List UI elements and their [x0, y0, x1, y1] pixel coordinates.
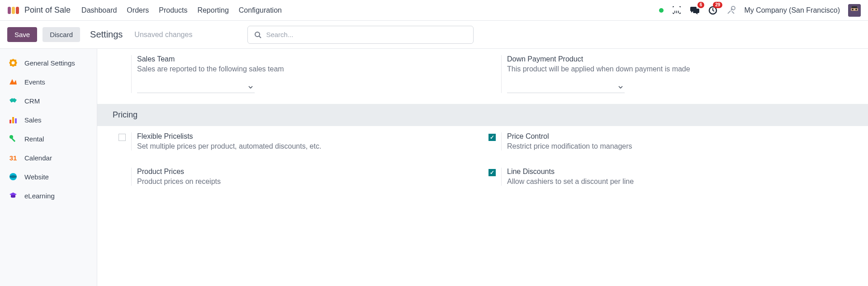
tools-icon[interactable] — [726, 5, 736, 15]
activity-icon[interactable]: 29 — [708, 5, 718, 15]
calendar-icon: 31 — [8, 153, 18, 163]
flexible-pricelists-checkbox[interactable] — [119, 134, 126, 141]
breadcrumb: Settings — [90, 29, 123, 40]
settings-sidebar: General Settings Events CRM Sales Rental… — [0, 49, 97, 286]
svg-rect-2 — [16, 7, 19, 14]
setting-desc: Sales are reported to the following sale… — [137, 65, 483, 73]
setting-title: Flexible Pricelists — [137, 132, 483, 141]
search-box[interactable] — [247, 26, 474, 44]
svg-rect-20 — [12, 117, 14, 123]
sidebar-item-label: General Settings — [24, 59, 75, 67]
activity-badge: 29 — [713, 2, 722, 8]
setting-desc: Restrict price modification to managers — [507, 142, 853, 150]
svg-rect-19 — [9, 120, 11, 123]
svg-rect-5 — [678, 11, 679, 12]
gear-icon — [8, 58, 18, 68]
nav-reporting[interactable]: Reporting — [197, 6, 228, 14]
sidebar-item-crm[interactable]: CRM — [0, 91, 97, 110]
sidebar-item-sales[interactable]: Sales — [0, 110, 97, 129]
sidebar-item-label: Events — [24, 78, 45, 86]
sidebar-item-elearning[interactable]: eLearning — [0, 186, 97, 205]
chat-icon[interactable]: 6 — [690, 5, 700, 15]
svg-rect-4 — [676, 11, 677, 12]
svg-line-16 — [259, 36, 261, 38]
svg-rect-7 — [676, 12, 677, 13]
svg-point-13 — [855, 9, 857, 10]
nav-right: 6 29 My Company (San Francisco) — [659, 4, 861, 17]
nav-menu: Dashboard Orders Products Reporting Conf… — [81, 6, 282, 14]
svg-rect-8 — [678, 12, 679, 13]
key-icon — [8, 134, 18, 144]
company-selector[interactable]: My Company (San Francisco) — [744, 6, 840, 14]
svg-rect-3 — [674, 11, 675, 12]
sidebar-item-events[interactable]: Events — [0, 72, 97, 91]
sidebar-item-label: Sales — [24, 116, 42, 124]
sidebar-item-rental[interactable]: Rental — [0, 129, 97, 148]
globe-icon — [8, 172, 18, 182]
svg-rect-14 — [852, 6, 857, 8]
sidebar-item-website[interactable]: Website — [0, 167, 97, 186]
sidebar-item-label: Calendar — [24, 154, 52, 162]
bars-icon — [8, 115, 18, 125]
svg-rect-21 — [15, 118, 17, 123]
sidebar-item-general[interactable]: General Settings — [0, 53, 97, 72]
sidebar-item-label: Rental — [24, 135, 44, 143]
discard-button[interactable]: Discard — [43, 27, 80, 42]
barcode-icon[interactable] — [672, 5, 682, 15]
app-logo-icon — [7, 6, 20, 15]
svg-point-18 — [12, 61, 15, 65]
svg-point-25 — [9, 175, 17, 178]
action-bar: Save Discard Settings Unsaved changes — [0, 21, 868, 49]
sidebar-item-calendar[interactable]: 31 Calendar — [0, 148, 97, 167]
down-payment-dropdown[interactable] — [507, 81, 625, 93]
search-input[interactable] — [266, 31, 467, 38]
unsaved-indicator: Unsaved changes — [134, 31, 192, 39]
sidebar-item-label: CRM — [24, 97, 40, 105]
status-indicator-icon — [659, 8, 664, 13]
price-control-checkbox[interactable] — [489, 134, 496, 141]
setting-desc: Product prices on receipts — [137, 178, 483, 186]
svg-rect-1 — [12, 7, 15, 14]
svg-rect-23 — [11, 138, 15, 142]
nav-products[interactable]: Products — [159, 6, 187, 14]
section-header-pricing: Pricing — [97, 104, 868, 126]
svg-rect-0 — [8, 7, 11, 14]
nav-dashboard[interactable]: Dashboard — [81, 6, 117, 14]
nav-orders[interactable]: Orders — [127, 6, 149, 14]
svg-point-15 — [255, 32, 260, 37]
settings-content: Sales Team Sales are reported to the fol… — [97, 49, 868, 286]
setting-title: Sales Team — [137, 55, 483, 63]
setting-title: Down Payment Product — [507, 55, 853, 63]
chat-badge: 6 — [697, 2, 705, 8]
nav-configuration[interactable]: Configuration — [239, 6, 282, 14]
sidebar-item-label: Website — [24, 173, 49, 181]
setting-title: Price Control — [507, 132, 853, 141]
setting-title: Line Discounts — [507, 168, 853, 176]
setting-title: Product Prices — [137, 168, 483, 176]
setting-desc: This product will be applied when down p… — [507, 65, 853, 73]
setting-desc: Allow cashiers to set a discount per lin… — [507, 178, 853, 186]
search-icon — [254, 31, 261, 38]
top-nav: Point of Sale Dashboard Orders Products … — [0, 0, 868, 21]
svg-rect-6 — [674, 12, 675, 13]
app-title[interactable]: Point of Sale — [24, 5, 71, 15]
setting-desc: Set multiple prices per product, automat… — [137, 142, 483, 150]
save-button[interactable]: Save — [7, 27, 37, 42]
handshake-icon — [8, 96, 18, 106]
user-avatar[interactable] — [848, 4, 861, 17]
graduation-icon — [8, 191, 18, 201]
sales-team-dropdown[interactable] — [137, 81, 255, 93]
events-icon — [8, 77, 18, 87]
chevron-down-icon — [248, 86, 253, 89]
svg-point-12 — [852, 9, 854, 10]
line-discounts-checkbox[interactable] — [489, 169, 496, 176]
svg-point-22 — [9, 135, 13, 139]
sidebar-item-label: eLearning — [24, 192, 55, 200]
chevron-down-icon — [618, 86, 623, 89]
